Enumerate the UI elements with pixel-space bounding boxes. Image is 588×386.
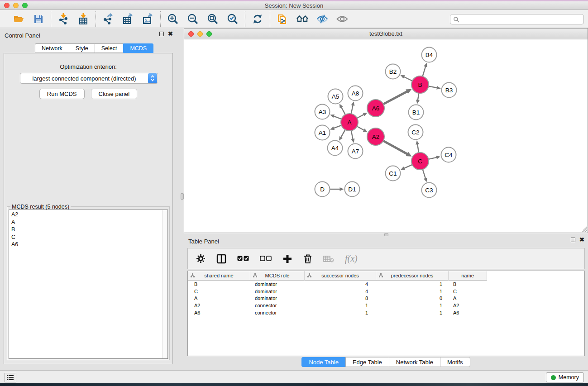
export-table-icon[interactable] [122, 13, 134, 25]
graph-edge-A-A4[interactable] [340, 130, 345, 138]
table-cell[interactable]: B [449, 281, 487, 287]
zoom-in-icon[interactable] [167, 13, 179, 25]
network-window-titlebar[interactable]: testGlobe.txt [184, 29, 588, 39]
graph-edge-C-C4[interactable] [429, 157, 438, 159]
table-cell[interactable]: 1 [376, 289, 449, 294]
tab-select[interactable]: Select [95, 43, 124, 53]
network-canvas[interactable]: B4B2BB3A5A8A6B1A3AC2A1A2A4A7C4CC1DD1C3 [184, 39, 588, 233]
select-all-checks-icon[interactable] [237, 256, 249, 262]
search-input[interactable] [459, 16, 583, 23]
table-row[interactable]: A6connector11A6 [188, 309, 584, 316]
table-cell[interactable]: A2 [449, 303, 487, 308]
criterion-dropdown[interactable]: largest connected component (directed) [20, 73, 158, 84]
zoom-out-icon[interactable] [187, 13, 199, 25]
table-cell[interactable]: dominator [250, 289, 305, 294]
result-item-b[interactable]: B [9, 226, 162, 234]
graph-edge-A-A2[interactable] [357, 126, 365, 131]
table-cell[interactable]: connector [250, 303, 305, 308]
table-cell[interactable]: connector [250, 310, 305, 315]
graph-edge-B-B4[interactable] [423, 66, 426, 76]
graph-edge-A6-B[interactable] [383, 91, 408, 104]
export-image-icon[interactable] [142, 13, 154, 25]
zoom-fit-icon[interactable] [207, 13, 219, 25]
deselect-all-checks-icon[interactable] [260, 256, 272, 262]
close-panel-icon[interactable]: ✖ [168, 32, 173, 36]
graph-edge-A-A7[interactable] [351, 131, 353, 140]
table-cell[interactable]: C [449, 289, 487, 294]
node-table[interactable]: shared nameMCDS rolesuccessor nodesprede… [187, 271, 585, 356]
hide-selected-icon[interactable] [316, 13, 328, 25]
table-row[interactable]: A2connector11A2 [188, 302, 584, 309]
network-from-selection-icon[interactable] [277, 13, 288, 25]
add-column-icon[interactable] [282, 254, 292, 264]
import-table-icon[interactable] [77, 13, 89, 25]
table-cell[interactable]: A6 [188, 310, 250, 315]
tab-mcds[interactable]: MCDS [123, 43, 153, 53]
open-session-icon[interactable] [13, 13, 24, 25]
mcds-result-list[interactable]: A2ABCA6 [9, 210, 168, 359]
table-cell[interactable]: 1 [305, 310, 376, 315]
tab-network-table[interactable]: Network Table [389, 357, 440, 367]
home-views-icon[interactable] [296, 13, 308, 25]
graph-edge-B-B3[interactable] [429, 86, 438, 88]
table-cell[interactable]: 0 [376, 295, 449, 301]
table-cell[interactable]: A [188, 295, 250, 301]
zoom-selected-icon[interactable] [227, 13, 239, 25]
result-item-a[interactable]: A [9, 219, 162, 226]
graph-edge-A-A1[interactable] [333, 125, 341, 129]
table-cell[interactable]: B [188, 281, 250, 287]
graph-edge-B-B2[interactable] [403, 76, 412, 81]
tab-motifs[interactable]: Motifs [440, 357, 470, 367]
float-panel-icon[interactable] [159, 32, 164, 36]
table-cell[interactable]: A2 [188, 303, 250, 308]
table-cell[interactable]: 1 [376, 303, 449, 308]
float-panel-icon[interactable] [571, 238, 575, 242]
close-panel-icon[interactable]: ✖ [579, 238, 584, 242]
result-item-a6[interactable]: A6 [9, 241, 162, 248]
tab-edge-table[interactable]: Edge Table [345, 357, 389, 367]
table-cell[interactable]: 4 [305, 289, 376, 294]
table-row[interactable]: Bdominator41B [188, 281, 584, 288]
table-cell[interactable]: 4 [305, 281, 376, 287]
search-field[interactable] [450, 14, 584, 24]
column-header-name[interactable]: name [449, 271, 487, 281]
table-row[interactable]: Adominator80A [188, 295, 584, 302]
export-network-icon[interactable] [102, 13, 114, 25]
resize-grip-icon[interactable] [581, 226, 587, 232]
table-cell[interactable]: dominator [250, 295, 305, 301]
vertical-splitter-handle[interactable] [181, 193, 184, 200]
column-header-shared-name[interactable]: shared name [188, 271, 250, 281]
graph-edge-A-A3[interactable] [333, 116, 341, 119]
table-cell[interactable]: 1 [376, 281, 449, 287]
close-panel-button[interactable]: Close panel [91, 89, 138, 99]
table-cell[interactable]: A6 [449, 310, 487, 315]
show-columns-icon[interactable] [216, 254, 226, 264]
graph-edge-C-C3[interactable] [423, 169, 426, 179]
result-scrollbar[interactable] [162, 210, 167, 358]
import-network-icon[interactable] [57, 13, 69, 25]
tab-style[interactable]: Style [69, 43, 95, 53]
run-mcds-button[interactable]: Run MCDS [39, 89, 85, 99]
tab-node-table[interactable]: Node Table [301, 357, 345, 367]
memory-button[interactable]: Memory [546, 372, 584, 382]
table-cell[interactable]: C [188, 289, 250, 294]
refresh-icon[interactable] [252, 13, 263, 25]
result-item-c[interactable]: C [9, 234, 162, 241]
graph-edge-A2-C[interactable] [383, 141, 409, 155]
delete-column-icon[interactable] [303, 254, 312, 264]
column-header-predecessor-nodes[interactable]: predecessor nodes [376, 271, 449, 281]
table-cell[interactable]: dominator [250, 281, 305, 287]
tab-network[interactable]: Network [35, 43, 69, 53]
graph-edge-A-A6[interactable] [357, 114, 365, 118]
save-session-icon[interactable] [33, 13, 44, 25]
table-row[interactable]: Cdominator41C [188, 288, 584, 295]
table-cell[interactable]: 8 [305, 295, 376, 301]
result-item-a2[interactable]: A2 [9, 211, 162, 219]
task-history-button[interactable] [5, 373, 16, 382]
column-header-successor-nodes[interactable]: successor nodes [305, 271, 376, 281]
table-cell[interactable]: 1 [305, 303, 376, 308]
table-cell[interactable]: 1 [376, 310, 449, 315]
table-options-icon[interactable] [196, 254, 206, 263]
graph-edge-A-A5[interactable] [341, 106, 345, 115]
graph-edge-A-A8[interactable] [351, 104, 353, 114]
